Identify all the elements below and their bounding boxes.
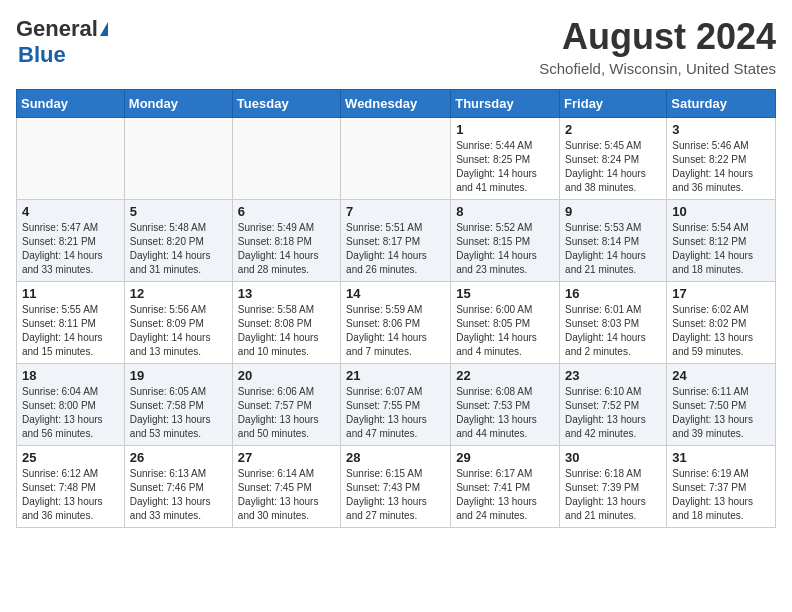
calendar-cell: 28Sunrise: 6:15 AMSunset: 7:43 PMDayligh… [341,446,451,528]
day-number: 18 [22,368,119,383]
day-info: Sunrise: 6:10 AMSunset: 7:52 PMDaylight:… [565,385,661,441]
logo-blue: Blue [18,42,66,68]
day-info: Sunrise: 6:08 AMSunset: 7:53 PMDaylight:… [456,385,554,441]
day-number: 16 [565,286,661,301]
calendar-cell [17,118,125,200]
calendar-cell: 31Sunrise: 6:19 AMSunset: 7:37 PMDayligh… [667,446,776,528]
day-info: Sunrise: 6:02 AMSunset: 8:02 PMDaylight:… [672,303,770,359]
col-header-sunday: Sunday [17,90,125,118]
calendar-week-row: 4Sunrise: 5:47 AMSunset: 8:21 PMDaylight… [17,200,776,282]
col-header-saturday: Saturday [667,90,776,118]
calendar-cell: 29Sunrise: 6:17 AMSunset: 7:41 PMDayligh… [451,446,560,528]
day-info: Sunrise: 6:00 AMSunset: 8:05 PMDaylight:… [456,303,554,359]
day-info: Sunrise: 6:11 AMSunset: 7:50 PMDaylight:… [672,385,770,441]
calendar-cell: 30Sunrise: 6:18 AMSunset: 7:39 PMDayligh… [560,446,667,528]
day-info: Sunrise: 6:01 AMSunset: 8:03 PMDaylight:… [565,303,661,359]
calendar-cell: 27Sunrise: 6:14 AMSunset: 7:45 PMDayligh… [232,446,340,528]
calendar-cell: 20Sunrise: 6:06 AMSunset: 7:57 PMDayligh… [232,364,340,446]
day-info: Sunrise: 6:05 AMSunset: 7:58 PMDaylight:… [130,385,227,441]
day-number: 1 [456,122,554,137]
day-number: 21 [346,368,445,383]
calendar-header-row: SundayMondayTuesdayWednesdayThursdayFrid… [17,90,776,118]
logo-general: General [16,16,98,42]
calendar-cell: 2Sunrise: 5:45 AMSunset: 8:24 PMDaylight… [560,118,667,200]
day-number: 6 [238,204,335,219]
calendar-cell: 5Sunrise: 5:48 AMSunset: 8:20 PMDaylight… [124,200,232,282]
day-number: 20 [238,368,335,383]
title-block: August 2024 Schofield, Wisconsin, United… [539,16,776,77]
col-header-monday: Monday [124,90,232,118]
day-info: Sunrise: 6:19 AMSunset: 7:37 PMDaylight:… [672,467,770,523]
calendar-cell: 4Sunrise: 5:47 AMSunset: 8:21 PMDaylight… [17,200,125,282]
day-number: 12 [130,286,227,301]
calendar-week-row: 25Sunrise: 6:12 AMSunset: 7:48 PMDayligh… [17,446,776,528]
calendar-cell: 3Sunrise: 5:46 AMSunset: 8:22 PMDaylight… [667,118,776,200]
day-info: Sunrise: 5:56 AMSunset: 8:09 PMDaylight:… [130,303,227,359]
calendar-cell [341,118,451,200]
calendar-cell [232,118,340,200]
calendar-cell: 22Sunrise: 6:08 AMSunset: 7:53 PMDayligh… [451,364,560,446]
day-info: Sunrise: 5:54 AMSunset: 8:12 PMDaylight:… [672,221,770,277]
day-number: 3 [672,122,770,137]
day-number: 22 [456,368,554,383]
day-number: 4 [22,204,119,219]
day-number: 13 [238,286,335,301]
day-number: 28 [346,450,445,465]
calendar-cell: 13Sunrise: 5:58 AMSunset: 8:08 PMDayligh… [232,282,340,364]
col-header-thursday: Thursday [451,90,560,118]
day-info: Sunrise: 5:49 AMSunset: 8:18 PMDaylight:… [238,221,335,277]
day-number: 9 [565,204,661,219]
day-number: 2 [565,122,661,137]
calendar-cell: 11Sunrise: 5:55 AMSunset: 8:11 PMDayligh… [17,282,125,364]
calendar-cell: 15Sunrise: 6:00 AMSunset: 8:05 PMDayligh… [451,282,560,364]
calendar-cell: 10Sunrise: 5:54 AMSunset: 8:12 PMDayligh… [667,200,776,282]
calendar-cell: 16Sunrise: 6:01 AMSunset: 8:03 PMDayligh… [560,282,667,364]
calendar-cell: 26Sunrise: 6:13 AMSunset: 7:46 PMDayligh… [124,446,232,528]
day-number: 23 [565,368,661,383]
calendar-cell: 17Sunrise: 6:02 AMSunset: 8:02 PMDayligh… [667,282,776,364]
page-header: General Blue August 2024 Schofield, Wisc… [16,16,776,77]
day-number: 7 [346,204,445,219]
calendar-cell: 7Sunrise: 5:51 AMSunset: 8:17 PMDaylight… [341,200,451,282]
calendar-cell: 19Sunrise: 6:05 AMSunset: 7:58 PMDayligh… [124,364,232,446]
day-number: 31 [672,450,770,465]
day-info: Sunrise: 5:47 AMSunset: 8:21 PMDaylight:… [22,221,119,277]
day-info: Sunrise: 5:48 AMSunset: 8:20 PMDaylight:… [130,221,227,277]
col-header-friday: Friday [560,90,667,118]
calendar-week-row: 18Sunrise: 6:04 AMSunset: 8:00 PMDayligh… [17,364,776,446]
day-info: Sunrise: 6:06 AMSunset: 7:57 PMDaylight:… [238,385,335,441]
calendar-cell [124,118,232,200]
calendar-week-row: 1Sunrise: 5:44 AMSunset: 8:25 PMDaylight… [17,118,776,200]
day-number: 27 [238,450,335,465]
calendar-cell: 24Sunrise: 6:11 AMSunset: 7:50 PMDayligh… [667,364,776,446]
day-info: Sunrise: 5:53 AMSunset: 8:14 PMDaylight:… [565,221,661,277]
calendar-cell: 25Sunrise: 6:12 AMSunset: 7:48 PMDayligh… [17,446,125,528]
day-number: 25 [22,450,119,465]
day-number: 17 [672,286,770,301]
logo-triangle-icon [100,22,108,36]
day-number: 14 [346,286,445,301]
day-number: 29 [456,450,554,465]
day-number: 24 [672,368,770,383]
day-info: Sunrise: 5:46 AMSunset: 8:22 PMDaylight:… [672,139,770,195]
day-info: Sunrise: 5:52 AMSunset: 8:15 PMDaylight:… [456,221,554,277]
calendar-cell: 9Sunrise: 5:53 AMSunset: 8:14 PMDaylight… [560,200,667,282]
month-year-title: August 2024 [539,16,776,58]
day-info: Sunrise: 6:15 AMSunset: 7:43 PMDaylight:… [346,467,445,523]
col-header-wednesday: Wednesday [341,90,451,118]
day-info: Sunrise: 6:04 AMSunset: 8:00 PMDaylight:… [22,385,119,441]
day-info: Sunrise: 6:07 AMSunset: 7:55 PMDaylight:… [346,385,445,441]
day-info: Sunrise: 5:55 AMSunset: 8:11 PMDaylight:… [22,303,119,359]
calendar-cell: 21Sunrise: 6:07 AMSunset: 7:55 PMDayligh… [341,364,451,446]
calendar-cell: 14Sunrise: 5:59 AMSunset: 8:06 PMDayligh… [341,282,451,364]
calendar-cell: 1Sunrise: 5:44 AMSunset: 8:25 PMDaylight… [451,118,560,200]
day-info: Sunrise: 5:45 AMSunset: 8:24 PMDaylight:… [565,139,661,195]
day-number: 8 [456,204,554,219]
calendar-cell: 23Sunrise: 6:10 AMSunset: 7:52 PMDayligh… [560,364,667,446]
day-info: Sunrise: 6:18 AMSunset: 7:39 PMDaylight:… [565,467,661,523]
day-number: 26 [130,450,227,465]
calendar-table: SundayMondayTuesdayWednesdayThursdayFrid… [16,89,776,528]
col-header-tuesday: Tuesday [232,90,340,118]
day-info: Sunrise: 5:58 AMSunset: 8:08 PMDaylight:… [238,303,335,359]
logo: General Blue [16,16,108,68]
